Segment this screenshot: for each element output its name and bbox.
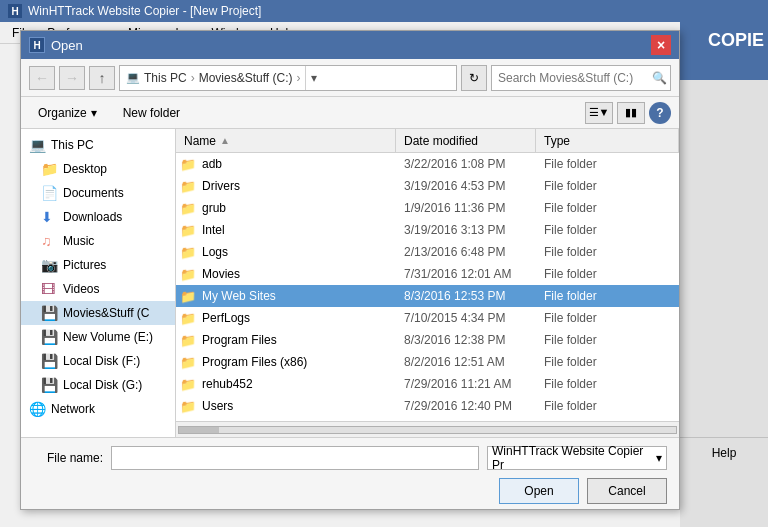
sidebar-item-local-g[interactable]: 💾 Local Disk (G:)	[21, 373, 175, 397]
open-button[interactable]: Open	[499, 478, 579, 504]
sidebar-item-this-pc[interactable]: 💻 This PC	[21, 133, 175, 157]
view-toggle-button[interactable]: ☰▼	[585, 102, 613, 124]
sidebar-label-documents: Documents	[63, 186, 124, 200]
row-date-cell: 3/22/2016 1:08 PM	[396, 157, 536, 171]
dialog-close-button[interactable]: ×	[651, 35, 671, 55]
address-bar: 💻 This PC › Movies&Stuff (C:) › ▾	[119, 65, 457, 91]
row-name-text: grub	[202, 201, 226, 215]
table-row[interactable]: 📁grub1/9/2016 11:36 PMFile folder	[176, 197, 679, 219]
copier-text: COPIE	[708, 30, 764, 51]
sidebar-item-new-volume[interactable]: 💾 New Volume (E:)	[21, 325, 175, 349]
row-type-cell: File folder	[536, 179, 679, 193]
search-icon[interactable]: 🔍	[652, 71, 667, 85]
back-button[interactable]: ←	[29, 66, 55, 90]
folder-icon: 📁	[180, 289, 196, 304]
row-name-text: Users	[202, 399, 233, 413]
folder-icon: 📁	[180, 201, 196, 216]
column-header-date[interactable]: Date modified	[396, 129, 536, 152]
table-row[interactable]: 📁adb3/22/2016 1:08 PMFile folder	[176, 153, 679, 175]
table-row[interactable]: 📁Logs2/13/2016 6:48 PMFile folder	[176, 241, 679, 263]
sidebar-label-local-f: Local Disk (F:)	[63, 354, 140, 368]
row-name-cell: 📁Intel	[176, 223, 396, 238]
drive-g-icon: 💾	[41, 377, 57, 393]
refresh-button[interactable]: ↻	[461, 65, 487, 91]
sidebar-label-this-pc: This PC	[51, 138, 94, 152]
sidebar-scroll: 💻 This PC 📁 Desktop 📄 Documents ⬇ Downlo…	[21, 129, 175, 425]
new-folder-button[interactable]: New folder	[114, 102, 189, 124]
drive-e-icon: 💾	[41, 329, 57, 345]
column-header-type[interactable]: Type	[536, 129, 679, 152]
col-type-label: Type	[544, 134, 570, 148]
organize-dropdown-icon: ▾	[91, 106, 97, 120]
filetype-dropdown-icon: ▾	[656, 451, 662, 465]
file-list-area: Name ▲ Date modified Type 📁adb3/22/2016 …	[176, 129, 679, 437]
sidebar-item-network[interactable]: 🌐 Network	[21, 397, 175, 421]
row-name-cell: 📁Program Files	[176, 333, 396, 348]
table-row[interactable]: 📁Program Files (x86)8/2/2016 12:51 AMFil…	[176, 351, 679, 373]
row-name-text: rehub452	[202, 377, 253, 391]
table-row[interactable]: 📁Drivers3/19/2016 4:53 PMFile folder	[176, 175, 679, 197]
search-input[interactable]	[498, 71, 648, 85]
table-row[interactable]: 📁My Web Sites8/3/2016 12:53 PMFile folde…	[176, 285, 679, 307]
filename-row: File name: WinHTTrack Website Copier Pr …	[33, 446, 667, 470]
table-row[interactable]: 📁Intel3/19/2016 3:13 PMFile folder	[176, 219, 679, 241]
horizontal-scrollbar[interactable]	[176, 421, 679, 437]
drive-c-icon: 💾	[41, 305, 57, 321]
filetype-select[interactable]: WinHTTrack Website Copier Pr ▾	[487, 446, 667, 470]
sidebar-item-documents[interactable]: 📄 Documents	[21, 181, 175, 205]
dialog-toolbar: ← → ↑ 💻 This PC › Movies&Stuff (C:) › ▾ …	[21, 59, 679, 97]
row-date-cell: 8/3/2016 12:38 PM	[396, 333, 536, 347]
row-date-cell: 3/19/2016 4:53 PM	[396, 179, 536, 193]
table-row[interactable]: 📁rehub4527/29/2016 11:21 AMFile folder	[176, 373, 679, 395]
sidebar-item-movies-drive[interactable]: 💾 Movies&Stuff (C	[21, 301, 175, 325]
filename-input[interactable]	[111, 446, 479, 470]
address-dropdown[interactable]: ▾	[305, 66, 323, 90]
filetype-label: WinHTTrack Website Copier Pr	[492, 444, 656, 472]
sidebar-item-pictures[interactable]: 📷 Pictures	[21, 253, 175, 277]
dialog-icon: H	[29, 37, 45, 53]
folder-icon: 📁	[180, 223, 196, 238]
table-row[interactable]: 📁Users7/29/2016 12:40 PMFile folder	[176, 395, 679, 417]
sidebar-item-downloads[interactable]: ⬇ Downloads	[21, 205, 175, 229]
row-date-cell: 7/29/2016 11:21 AM	[396, 377, 536, 391]
sidebar-item-local-f[interactable]: 💾 Local Disk (F:)	[21, 349, 175, 373]
row-type-cell: File folder	[536, 201, 679, 215]
row-name-cell: 📁My Web Sites	[176, 289, 396, 304]
up-button[interactable]: ↑	[89, 66, 115, 90]
row-type-cell: File folder	[536, 311, 679, 325]
sidebar: 💻 This PC 📁 Desktop 📄 Documents ⬇ Downlo…	[21, 129, 176, 437]
sort-arrow-icon: ▲	[220, 135, 230, 146]
sidebar-item-videos[interactable]: 🎞 Videos	[21, 277, 175, 301]
row-name-text: PerfLogs	[202, 311, 250, 325]
row-name-text: adb	[202, 157, 222, 171]
view-details-button[interactable]: ▮▮	[617, 102, 645, 124]
row-name-cell: 📁Movies	[176, 267, 396, 282]
organize-label: Organize	[38, 106, 87, 120]
sidebar-item-desktop[interactable]: 📁 Desktop	[21, 157, 175, 181]
table-row[interactable]: 📁PerfLogs7/10/2015 4:34 PMFile folder	[176, 307, 679, 329]
breadcrumb-this-pc[interactable]: This PC	[144, 71, 187, 85]
cancel-button[interactable]: Cancel	[587, 478, 667, 504]
table-row[interactable]: 📁Program Files8/3/2016 12:38 PMFile fold…	[176, 329, 679, 351]
organize-button[interactable]: Organize ▾	[29, 102, 106, 124]
help-button[interactable]: ?	[649, 102, 671, 124]
row-type-cell: File folder	[536, 333, 679, 347]
column-header-name[interactable]: Name ▲	[176, 129, 396, 152]
breadcrumb-drive[interactable]: Movies&Stuff (C:)	[199, 71, 293, 85]
row-type-cell: File folder	[536, 157, 679, 171]
view-controls: ☰▼ ▮▮ ?	[585, 102, 671, 124]
hscroll-thumb[interactable]	[179, 427, 219, 433]
hscroll-track[interactable]	[178, 426, 677, 434]
row-date-cell: 3/19/2016 3:13 PM	[396, 223, 536, 237]
forward-button[interactable]: →	[59, 66, 85, 90]
right-panel-help[interactable]: Help	[680, 437, 768, 467]
sidebar-item-music[interactable]: ♫ Music	[21, 229, 175, 253]
sidebar-label-downloads: Downloads	[63, 210, 122, 224]
row-date-cell: 8/2/2016 12:51 AM	[396, 355, 536, 369]
row-name-text: Movies	[202, 267, 240, 281]
row-name-text: Drivers	[202, 179, 240, 193]
file-list-header: Name ▲ Date modified Type	[176, 129, 679, 153]
table-row[interactable]: 📁Movies7/31/2016 12:01 AMFile folder	[176, 263, 679, 285]
new-folder-label: New folder	[123, 106, 180, 120]
app-title: WinHTTrack Website Copier - [New Project…	[28, 4, 261, 18]
